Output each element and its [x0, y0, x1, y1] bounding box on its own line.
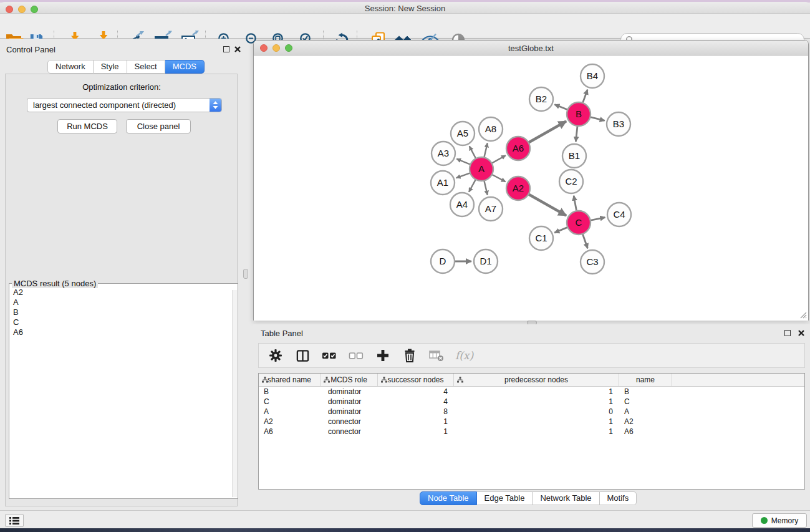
- table-settings-button[interactable]: [268, 347, 284, 364]
- table-cell[interactable]: 4: [378, 397, 454, 407]
- table-cell[interactable]: 4: [378, 387, 454, 397]
- network-canvas[interactable]: AA6A2BCA1A3A4A5A7A8B1B2B3B4C1C2C3C4DD1: [254, 56, 808, 321]
- trash-icon: [403, 348, 417, 363]
- table-panel-tabs: Node TableEdge TableNetwork TableMotifs: [420, 491, 637, 505]
- graph-node-label: A6: [513, 143, 524, 153]
- mcds-result-scrollbar[interactable]: [232, 290, 237, 497]
- graph-node-label: A: [478, 163, 485, 174]
- table-cell[interactable]: 1: [378, 427, 454, 437]
- run-mcds-button[interactable]: Run MCDS: [57, 119, 117, 133]
- graph-node-label: D: [440, 256, 446, 266]
- table-cell[interactable]: dominator: [321, 397, 378, 407]
- column-header-MCDS-role[interactable]: MCDS role: [321, 374, 378, 386]
- node-table: shared nameMCDS rolesuccessor nodesprede…: [258, 373, 805, 490]
- tab-style[interactable]: Style: [94, 60, 127, 74]
- graph-node-label: B2: [536, 94, 547, 104]
- deselect-all-button[interactable]: [348, 347, 364, 364]
- graph-node-label: A2: [513, 183, 524, 193]
- table-cell[interactable]: A6: [259, 427, 321, 437]
- table-cell[interactable]: connector: [321, 417, 378, 427]
- gear-icon: [268, 348, 283, 363]
- mcds-result-box: MCDS result (5 nodes) A2ABCA6: [9, 283, 238, 499]
- table-cell[interactable]: 1: [454, 427, 619, 437]
- float-panel-icon[interactable]: [223, 46, 229, 52]
- table-cell[interactable]: 1: [378, 417, 454, 427]
- column-header-successor-nodes[interactable]: successor nodes: [378, 374, 454, 386]
- function-builder-button[interactable]: f(x): [455, 347, 473, 364]
- table-cell[interactable]: A6: [619, 427, 672, 437]
- list-item[interactable]: B: [11, 307, 231, 317]
- tab-mcds[interactable]: MCDS: [165, 60, 205, 74]
- table-row[interactable]: A2connector11A2: [259, 417, 804, 427]
- table-cell[interactable]: 8: [378, 407, 454, 417]
- tab-network-table[interactable]: Network Table: [533, 491, 599, 505]
- network-graph[interactable]: AA6A2BCA1A3A4A5A7A8B1B2B3B4C1C2C3C4DD1: [254, 56, 808, 320]
- table-row[interactable]: Adominator80A: [259, 407, 804, 417]
- column-browser-button[interactable]: [294, 347, 311, 364]
- select-all-button[interactable]: [321, 347, 337, 364]
- vertical-splitter-handle[interactable]: [243, 269, 248, 279]
- table-cell[interactable]: 1: [454, 417, 619, 427]
- main-toolbar: [0, 14, 810, 39]
- memory-label: Memory: [771, 516, 798, 525]
- table-cell[interactable]: A2: [619, 417, 672, 427]
- table-cell[interactable]: 1: [454, 387, 619, 397]
- graph-node-label: C1: [535, 233, 547, 243]
- column-header-shared-name[interactable]: shared name: [259, 374, 321, 386]
- resize-grip-icon[interactable]: [798, 310, 807, 319]
- table-cell[interactable]: 0: [454, 407, 619, 417]
- memory-button[interactable]: Memory: [752, 513, 807, 528]
- table-cell[interactable]: C: [259, 397, 321, 407]
- table-panel: Table Panel: [253, 324, 810, 510]
- network-window-titlebar: testGlobe.txt: [254, 41, 808, 56]
- desktop-wallpaper-bottom: [0, 528, 810, 532]
- table-cell[interactable]: B: [259, 387, 321, 397]
- unchecked-boxes-icon: [349, 348, 364, 363]
- tab-motifs[interactable]: Motifs: [600, 491, 637, 505]
- tab-node-table[interactable]: Node Table: [420, 491, 477, 505]
- list-icon: [8, 515, 21, 526]
- delete-column-button[interactable]: [402, 347, 418, 364]
- delete-table-button[interactable]: [428, 347, 445, 364]
- column-header-name[interactable]: name: [619, 374, 672, 386]
- table-cell[interactable]: B: [619, 387, 672, 397]
- delete-table-icon: [429, 349, 444, 362]
- control-panel-title: Control Panel: [6, 45, 55, 54]
- close-panel-button[interactable]: Close panel: [126, 119, 191, 133]
- graph-node-label: A4: [456, 199, 468, 210]
- table-cell[interactable]: 1: [454, 397, 619, 407]
- close-table-panel-icon[interactable]: [798, 329, 805, 337]
- table-row[interactable]: Cdominator41C: [259, 397, 804, 407]
- mcds-result-title: MCDS result (5 nodes): [12, 279, 98, 288]
- close-panel-icon[interactable]: [234, 46, 241, 53]
- tab-network[interactable]: Network: [47, 60, 94, 74]
- list-item[interactable]: C: [11, 317, 231, 327]
- table-cell[interactable]: connector: [321, 427, 378, 437]
- float-table-panel-icon[interactable]: [784, 330, 791, 336]
- tab-edge-table[interactable]: Edge Table: [477, 491, 533, 505]
- table-cell[interactable]: dominator: [321, 407, 378, 417]
- list-item[interactable]: A6: [11, 327, 231, 337]
- control-panel-tabs: NetworkStyleSelectMCDS: [47, 60, 205, 74]
- table-row[interactable]: A6connector11A6: [259, 427, 804, 437]
- table-cell[interactable]: dominator: [321, 387, 378, 397]
- column-header-predecessor-nodes[interactable]: predecessor nodes: [454, 374, 619, 386]
- table-row[interactable]: Bdominator41B: [259, 387, 804, 397]
- list-item[interactable]: A2: [11, 288, 231, 297]
- graph-node-label: A1: [437, 177, 448, 188]
- graph-node-label: B3: [613, 118, 624, 129]
- list-item[interactable]: A: [11, 297, 231, 307]
- graph-node-label: B4: [587, 70, 598, 81]
- memory-status-icon: [761, 517, 768, 524]
- add-column-button[interactable]: [375, 347, 391, 364]
- table-cell[interactable]: A: [619, 407, 672, 417]
- tab-select[interactable]: Select: [127, 60, 165, 74]
- criterion-dropdown[interactable]: largest connected component (directed): [27, 98, 222, 112]
- control-panel: Control Panel NetworkStyleSelectMCDS Opt…: [0, 39, 243, 511]
- table-cell[interactable]: A2: [259, 417, 321, 427]
- show-panels-button[interactable]: [5, 514, 24, 527]
- table-cell[interactable]: A: [259, 407, 321, 417]
- graph-node-label: C: [576, 217, 582, 228]
- plus-icon: [376, 349, 390, 362]
- table-cell[interactable]: C: [619, 397, 672, 407]
